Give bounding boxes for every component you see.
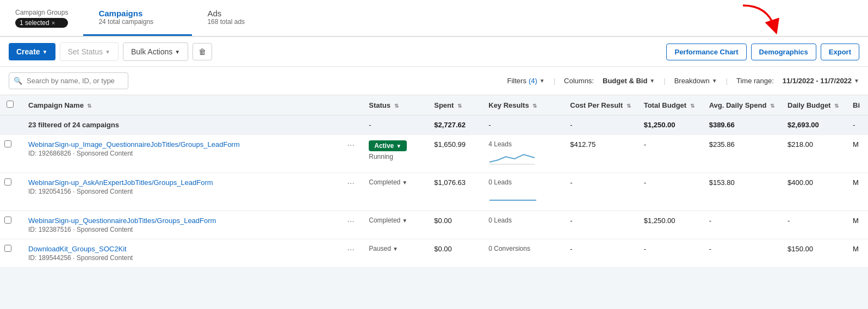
row-status: Active ▼Running	[362, 135, 427, 173]
row-daily-budget: $400.00	[781, 173, 846, 211]
search-input[interactable]	[9, 72, 128, 89]
breakdown-button[interactable]: Breakdown ▼	[674, 77, 717, 85]
campaign-name-link[interactable]: WebinarSign-up_AskAnExpertJobTitles/Grou…	[28, 178, 336, 187]
toolbar: Create ▼ Set Status ▼ Bulk Actions ▼ 🗑 P…	[0, 37, 868, 67]
row-cpr: $412.75	[563, 135, 637, 173]
row-checkbox[interactable]	[4, 245, 11, 252]
campaign-groups-label: Campaign Groups	[15, 9, 68, 16]
row-daily-budget: -	[781, 211, 846, 239]
active-status-badge[interactable]: Active ▼	[369, 140, 407, 151]
campaign-meta: ID: 192686826 · Sponsored Content	[28, 150, 336, 157]
row-checkbox-cell	[0, 239, 22, 268]
export-button[interactable]: Export	[821, 44, 859, 60]
campaigns-tab-sub: 24 total campaigns	[98, 18, 177, 26]
running-status: Running	[369, 153, 421, 160]
performance-chart-button[interactable]: Performance Chart	[666, 44, 746, 60]
selected-count: 1 selected	[20, 19, 49, 27]
delete-button[interactable]: 🗑	[193, 43, 212, 60]
row-key-results: 0 Conversions	[482, 239, 563, 268]
leads-count: 0 Leads	[488, 178, 557, 186]
three-dots-icon[interactable]: ···	[345, 217, 356, 226]
row-actions-menu[interactable]: ···	[343, 239, 362, 268]
row-actions-menu[interactable]: ···	[343, 173, 362, 211]
row-checkbox-cell	[0, 135, 22, 173]
summary-check-cell	[0, 115, 22, 135]
row-checkbox[interactable]	[4, 217, 11, 224]
campaigns-table: Campaign Name ⇅ Status ⇅ Spent ⇅ Key Res…	[0, 95, 868, 268]
row-checkbox[interactable]	[4, 178, 11, 186]
bulk-actions-chevron-icon: ▼	[175, 49, 180, 55]
summary-keyresults-cell: -	[482, 115, 563, 135]
campaign-name-link[interactable]: DownloadKit_Groups_SOC2Kit	[28, 245, 336, 253]
row-status: Completed ▼	[362, 173, 427, 211]
table-row: WebinarSign-up_QuestionnaireJobTitles/Gr…	[0, 211, 868, 239]
cpr-sort-icon: ⇅	[627, 103, 631, 109]
summary-cpr-cell: -	[563, 115, 637, 135]
campaign-groups-tab: Campaign Groups 1 selected ×	[0, 0, 83, 36]
header-avg-daily-spend[interactable]: Avg. Daily Spend ⇅	[703, 95, 781, 115]
three-dots-icon[interactable]: ···	[345, 245, 356, 254]
row-campaign-name: WebinarSign-up_AskAnExpertJobTitles/Grou…	[22, 173, 343, 211]
row-key-results: 0 Leads	[482, 211, 563, 239]
bulk-actions-button[interactable]: Bulk Actions ▼	[123, 42, 188, 61]
header-cost-per-result[interactable]: Cost Per Result ⇅	[563, 95, 637, 115]
row-total-budget: -	[637, 173, 703, 211]
columns-value: Budget & Bid	[603, 77, 647, 85]
total-budget-sort-icon: ⇅	[690, 103, 695, 109]
table-row: WebinarSign-up_AskAnExpertJobTitles/Grou…	[0, 173, 868, 211]
time-range-value: 11/1/2022 - 11/7/2022	[783, 77, 852, 85]
selected-badge[interactable]: 1 selected ×	[15, 18, 68, 28]
campaigns-tab[interactable]: Campaigns 24 total campaigns	[83, 0, 192, 36]
row-daily-budget: $150.00	[781, 239, 846, 268]
three-dots-icon[interactable]: ···	[345, 140, 356, 150]
header-status[interactable]: Status ⇅	[362, 95, 427, 115]
row-actions-menu[interactable]: ···	[343, 211, 362, 239]
breakdown-label: Breakdown	[674, 77, 710, 85]
ads-tab[interactable]: Ads 168 total ads	[192, 0, 301, 36]
row-spent: $0.00	[427, 239, 482, 268]
columns-chevron-icon: ▼	[649, 78, 655, 84]
arrow-area	[846, 0, 868, 36]
filters-button[interactable]: Filters (4) ▼	[507, 77, 545, 85]
row-campaign-name: WebinarSign-up_QuestionnaireJobTitles/Gr…	[22, 211, 343, 239]
set-status-button[interactable]: Set Status ▼	[60, 42, 119, 61]
campaigns-table-wrap: Campaign Name ⇅ Status ⇅ Spent ⇅ Key Res…	[0, 95, 868, 268]
mini-chart	[488, 150, 537, 165]
search-filter-bar: 🔍 Filters (4) ▼ | Columns: Budget & Bid …	[0, 67, 868, 95]
leads-count: 0 Conversions	[488, 245, 557, 252]
summary-dots-cell	[343, 115, 362, 135]
row-avg-daily: $153.80	[703, 173, 781, 211]
demographics-button[interactable]: Demographics	[751, 44, 816, 60]
three-dots-icon[interactable]: ···	[345, 178, 356, 188]
row-campaign-name: WebinarSign-up_Image_QuestionnaireJobTit…	[22, 135, 343, 173]
header-total-budget[interactable]: Total Budget ⇅	[637, 95, 703, 115]
status-text[interactable]: Paused ▼	[369, 245, 421, 252]
key-results-sort-icon: ⇅	[532, 103, 537, 109]
row-actions-menu[interactable]: ···	[343, 135, 362, 173]
red-arrow-icon	[737, 3, 781, 35]
status-text[interactable]: Completed ▼	[369, 178, 421, 186]
create-button[interactable]: Create ▼	[9, 43, 55, 60]
filters-label: Filters	[507, 77, 526, 85]
row-checkbox[interactable]	[4, 140, 11, 147]
select-all-checkbox[interactable]	[7, 101, 14, 108]
header-spent[interactable]: Spent ⇅	[427, 95, 482, 115]
sep1: |	[554, 77, 555, 85]
header-campaign-name[interactable]: Campaign Name ⇅	[22, 95, 343, 115]
header-daily-budget[interactable]: Daily Budget ⇅	[781, 95, 846, 115]
campaign-name-link[interactable]: WebinarSign-up_QuestionnaireJobTitles/Gr…	[28, 217, 336, 225]
filters-count: (4)	[529, 77, 537, 85]
row-spent: $1,650.99	[427, 135, 482, 173]
time-range-button[interactable]: 11/1/2022 - 11/7/2022 ▼	[783, 77, 859, 85]
columns-button[interactable]: Budget & Bid ▼	[603, 77, 655, 85]
header-key-results[interactable]: Key Results ⇅	[482, 95, 563, 115]
row-spent: $0.00	[427, 211, 482, 239]
status-text[interactable]: Completed ▼	[369, 217, 421, 224]
deselect-button[interactable]: ×	[52, 20, 55, 26]
table-header-row: Campaign Name ⇅ Status ⇅ Spent ⇅ Key Res…	[0, 95, 868, 115]
create-chevron-icon: ▼	[42, 49, 48, 55]
breakdown-chevron-icon: ▼	[712, 78, 717, 84]
campaign-name-link[interactable]: WebinarSign-up_Image_QuestionnaireJobTit…	[28, 140, 336, 149]
campaigns-tab-label: Campaigns	[98, 9, 177, 18]
search-icon: 🔍	[14, 77, 22, 85]
